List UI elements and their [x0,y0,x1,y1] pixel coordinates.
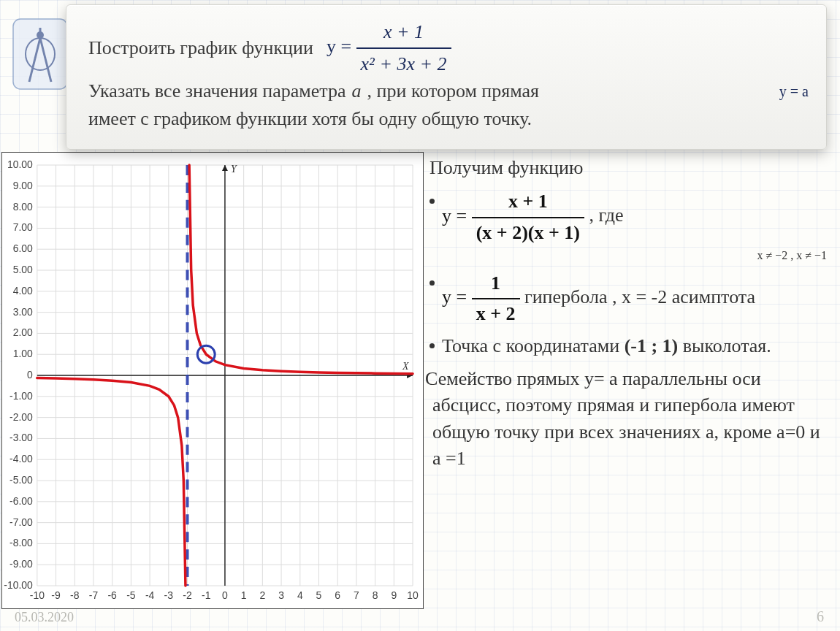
svg-text:1.00: 1.00 [13,348,33,359]
svg-text:-6: -6 [107,589,117,601]
svg-text:-2.00: -2.00 [9,411,33,423]
svg-text:5: 5 [316,589,322,601]
bullet-icon [429,280,435,286]
parameter-a: а [352,77,362,105]
svg-text:2.00: 2.00 [13,326,33,338]
family-text: Семейство прямых y= а параллельны оси аб… [432,366,827,473]
equation-1-row: y = x + 1 (x + 2)(x + 1) , где x ≠ −2 , … [429,188,827,264]
svg-text:-7: -7 [89,589,99,601]
svg-text:-9.00: -9.00 [9,558,33,570]
task-text-common-point: имеет с графиком функции хотя бы одну об… [88,105,809,133]
svg-text:-4.00: -4.00 [9,453,33,464]
svg-text:-8.00: -8.00 [9,537,33,548]
svg-text:-3.00: -3.00 [9,432,33,443]
svg-text:-5: -5 [126,589,136,601]
svg-text:6: 6 [335,589,340,601]
svg-text:4.00: 4.00 [13,285,33,297]
svg-text:Y: Y [231,164,237,175]
main-function-formula: y = x + 1 x² + 3x + 2 [327,18,451,77]
svg-text:5.00: 5.00 [13,264,33,275]
line-equation: y = a [779,81,809,102]
task-text-values: Указать все значения параметра [88,77,346,105]
svg-text:-10: -10 [30,589,45,601]
svg-text:-1: -1 [202,589,211,601]
removed-point-text-b: выколотая. [678,335,771,356]
equation-1: y = x + 1 (x + 2)(x + 1) [442,205,589,226]
bullet-icon [429,343,435,348]
problem-statement-panel: Построить график функции y = x + 1 x² + … [66,4,827,150]
eq2-trail: гипербола , x = -2 асимптота [524,286,755,307]
svg-text:0: 0 [222,589,228,601]
compass-icon [7,15,73,95]
content-area: -10-9-8-7-6-5-4-3-2-1012345678910-10.00-… [0,152,840,609]
svg-text:7: 7 [354,589,359,601]
svg-text:-5.00: -5.00 [9,474,33,486]
svg-text:-4: -4 [145,589,155,601]
svg-text:-6.00: -6.00 [9,495,33,507]
svg-text:8: 8 [373,589,378,601]
svg-text:6.00: 6.00 [13,242,33,254]
svg-text:3.00: 3.00 [13,306,33,318]
solution-intro: Получим функцию [429,155,827,181]
footer-date: 05.03.2020 [15,610,74,625]
svg-text:X: X [402,361,409,372]
eq1-conditions: x ≠ −2 , x ≠ −1 [442,248,827,264]
removed-point-text-a: Точка с координатами [442,335,625,356]
svg-text:4: 4 [297,589,303,601]
svg-text:8.00: 8.00 [13,201,33,213]
task-text-line-cond: , при котором прямая [367,77,539,105]
equation-2: y = 1 x + 2 [442,286,524,307]
svg-text:10: 10 [407,589,419,601]
svg-text:3: 3 [278,589,284,601]
svg-text:10.00: 10.00 [7,158,33,170]
svg-text:-7.00: -7.00 [9,516,33,528]
svg-point-2 [37,31,44,39]
task-text-build: Построить график функции [88,34,313,62]
svg-text:9: 9 [391,589,397,601]
equation-2-row: y = 1 x + 2 гипербола , x = -2 асимптота [429,270,827,328]
eq1-trail: , где [589,205,623,226]
svg-text:-10.00: -10.00 [4,579,33,591]
function-chart: -10-9-8-7-6-5-4-3-2-1012345678910-10.00-… [1,152,424,609]
page-number: 6 [817,608,824,625]
removed-point-row: Точка с координатами (-1 ; 1) выколотая. [429,333,827,359]
svg-text:-9: -9 [51,589,61,601]
svg-text:0: 0 [27,369,33,380]
svg-text:-2: -2 [183,589,192,601]
svg-text:-8: -8 [70,589,80,601]
svg-text:-3: -3 [164,589,174,601]
solution-text: Получим функцию y = x + 1 (x + 2)(x + 1)… [424,152,840,609]
svg-text:2: 2 [259,589,265,601]
removed-point-coords: (-1 ; 1) [625,335,679,356]
svg-text:7.00: 7.00 [13,221,33,233]
svg-text:1: 1 [241,589,247,601]
svg-text:9.00: 9.00 [13,180,33,191]
bullet-icon [429,199,435,204]
svg-text:-1.00: -1.00 [9,390,33,402]
